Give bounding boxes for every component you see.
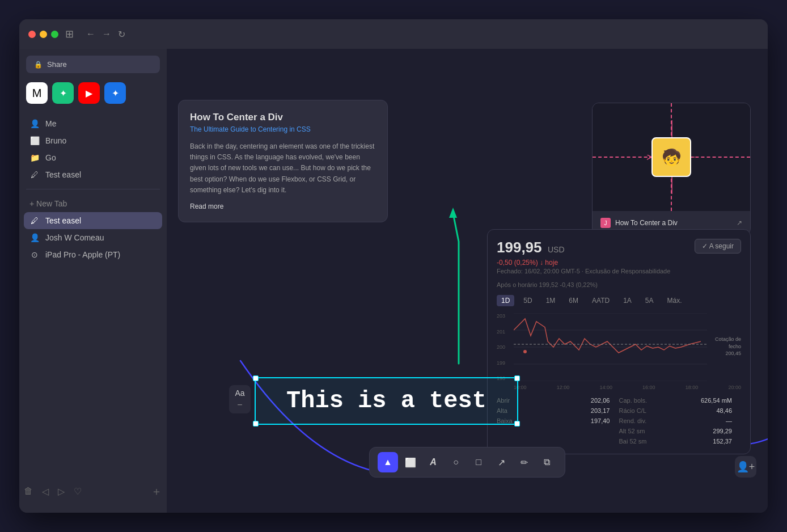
stock-tab-6m[interactable]: 6M [564, 295, 583, 306]
stock-tab-1a[interactable]: 1A [619, 295, 636, 306]
stock-y-labels: 203 201 200 199 198 [497, 313, 514, 381]
me-icon: 👤 [29, 119, 40, 128]
share-button[interactable]: 🔒 Share [26, 56, 160, 73]
y-label-2: 200 [497, 344, 514, 350]
app-icons-row: M ✦ ▶ ✦ [19, 82, 167, 115]
heart-icon[interactable]: ♡ [74, 486, 82, 497]
tab-josh-comeau[interactable]: 👤 Josh W Comeau [24, 229, 162, 246]
share-bottom-icon[interactable]: ◁ [42, 486, 49, 497]
forward-button[interactable]: → [102, 29, 111, 40]
stock-meta2: Após o horário 199,52 -0,43 (0,22%) [497, 281, 741, 288]
arrow-tool-button[interactable]: ↗ [491, 452, 511, 472]
select-tool-button[interactable]: ▲ [378, 452, 398, 472]
resize-handle-tr[interactable] [514, 375, 520, 381]
tab-ipad-pro[interactable]: ⊙ iPad Pro - Apple (PT) [24, 246, 162, 263]
stock-header: 199,95 USD ✓ A seguir [497, 239, 741, 256]
image-icon: ⬜ [405, 457, 416, 468]
collab-button[interactable]: 👤+ [735, 456, 756, 478]
sidebar-item-bruno[interactable]: ⬜ Bruno [24, 132, 162, 149]
read-more-link[interactable]: Read more [190, 202, 376, 210]
traffic-lights [28, 31, 58, 38]
center-div-visual: 🧒 [593, 103, 750, 211]
frame-tool-button[interactable]: ⧉ [536, 452, 557, 472]
sidebar-tabs: 🖊 Test easel 👤 Josh W Comeau ⊙ iPad Pro … [19, 212, 167, 263]
text-box[interactable]: This is a test [255, 377, 518, 425]
stock-price-container: 199,95 USD [497, 239, 565, 256]
sidebar-toggle-icon[interactable]: ⊞ [65, 28, 74, 40]
font-large-icon: Aa [235, 389, 244, 398]
resize-handle-br[interactable] [514, 421, 520, 427]
x-label-4: 18:00 [686, 385, 699, 390]
stock-chart-svg [514, 313, 707, 381]
stock-currency: USD [548, 245, 565, 254]
trash-icon[interactable]: 🗑 [24, 486, 33, 497]
bruno-label: Bruno [45, 136, 66, 145]
image-tool-button[interactable]: ⬜ [400, 452, 421, 472]
external-link-icon[interactable]: ↗ [737, 219, 742, 227]
center-div-favicon: J [600, 218, 611, 228]
back-button[interactable]: ← [86, 29, 95, 40]
stock-tab-1m[interactable]: 1M [541, 295, 560, 306]
ellipse-tool-button[interactable]: ○ [446, 452, 466, 472]
data-label-racio: Rácio C/L [619, 407, 680, 414]
data-label-capbols: Cap. bols. [619, 397, 680, 404]
sidebar-item-me[interactable]: 👤 Me [24, 115, 162, 132]
frame-icon: ⧉ [544, 457, 550, 467]
easel-nav-icon: 🖊 [29, 170, 40, 179]
close-button[interactable] [28, 31, 36, 38]
stock-follow-button[interactable]: ✓ A seguir [695, 239, 741, 254]
x-label-5: 20:00 [728, 385, 741, 390]
text-box-content[interactable]: This is a test [269, 387, 503, 415]
data-value-baixa: 197,40 [558, 417, 619, 424]
font-decrease-button[interactable]: − [237, 400, 242, 410]
data-value-racio: 48,46 [680, 407, 741, 414]
sidebar-item-go[interactable]: 📁 Go [24, 149, 162, 166]
pen-tool-button[interactable]: ✏ [514, 452, 534, 472]
stock-tab-aatd[interactable]: AATD [587, 295, 614, 306]
toolbar: ▲ ⬜ A ○ □ ↗ ✏ [369, 447, 565, 478]
avatar-emoji: 🧒 [662, 148, 682, 167]
person-add-icon: 👤+ [737, 461, 755, 473]
rect-tool-button[interactable]: □ [468, 452, 489, 472]
main-canvas[interactable]: How To Center a Div The Ultimate Guide t… [167, 49, 768, 513]
gemini-icon[interactable]: ✦ [104, 82, 126, 104]
tab-test-easel[interactable]: 🖊 Test easel [24, 212, 162, 229]
nav-buttons: ← → ↻ [86, 29, 125, 40]
x-label-3: 16:00 [642, 385, 655, 390]
gmail-icon[interactable]: M [26, 82, 48, 104]
x-label-2: 14:00 [599, 385, 612, 390]
text-tool-button[interactable]: A [423, 452, 443, 472]
circle-icon: ○ [453, 457, 459, 467]
data-value-alt52: 299,29 [680, 428, 741, 434]
tab-easel-label: Test easel [45, 216, 81, 225]
resize-handle-bl[interactable] [253, 421, 259, 427]
new-tab-button[interactable]: + New Tab [19, 195, 167, 212]
stock-tab-5a[interactable]: 5A [641, 295, 658, 306]
stock-tab-5d[interactable]: 5D [519, 295, 536, 306]
center-div-footer-left: J How To Center a Div [600, 218, 678, 228]
go-icon: 📁 [29, 153, 40, 162]
tab-josh-label: Josh W Comeau [45, 233, 104, 242]
arrow-icon: ↗ [498, 457, 505, 468]
forward-bottom-icon[interactable]: ▷ [58, 486, 65, 497]
youtube-icon[interactable]: ▶ [78, 82, 100, 104]
resize-handle-tl[interactable] [253, 375, 259, 381]
chatgpt-icon[interactable]: ✦ [52, 82, 74, 104]
minimize-button[interactable] [40, 31, 47, 38]
me-label: Me [45, 119, 56, 128]
stock-tab-1d[interactable]: 1D [497, 295, 514, 306]
pen-icon: ✏ [521, 457, 528, 468]
stock-meta1: Fechado: 16/02, 20:00 GMT-5 · Exclusão d… [497, 268, 741, 275]
data-value-empty2 [558, 438, 619, 445]
svg-point-11 [523, 350, 527, 353]
refresh-button[interactable]: ↻ [118, 29, 125, 40]
tab-easel-icon: 🖊 [29, 216, 40, 225]
y-label-1: 201 [497, 329, 514, 335]
maximize-button[interactable] [51, 31, 58, 38]
y-label-0: 203 [497, 313, 514, 319]
add-icon[interactable]: ＋ [151, 484, 162, 499]
data-value-alta: 203,17 [558, 407, 619, 414]
stock-tab-max[interactable]: Máx. [663, 295, 687, 306]
lock-icon: 🔒 [34, 61, 43, 69]
sidebar-item-test-easel-nav[interactable]: 🖊 Test easel [24, 166, 162, 183]
